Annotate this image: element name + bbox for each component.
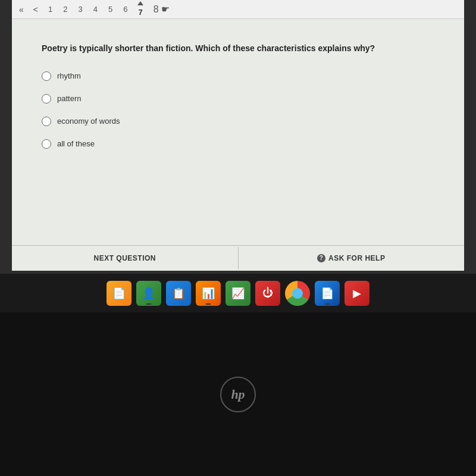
ask-for-help-label: ASK FOR HELP xyxy=(328,254,385,262)
option-economy-of-words[interactable]: economy of words xyxy=(42,117,434,126)
option-label-pattern: pattern xyxy=(57,94,81,103)
first-page-button[interactable]: « xyxy=(17,4,26,15)
slides-badge xyxy=(206,303,211,305)
taskbar-sheets-icon[interactable]: 📈 xyxy=(226,281,250,306)
chrome-center xyxy=(292,288,303,299)
option-rhythm[interactable]: rhythm xyxy=(42,71,434,81)
page-7[interactable]: 7 xyxy=(135,7,145,18)
taskbar-chrome-icon[interactable] xyxy=(285,281,310,306)
taskbar-docs-icon[interactable]: 📋 xyxy=(166,281,191,306)
page-8[interactable]: 8 ☛ xyxy=(151,2,173,16)
option-label-all-of-these: all of these xyxy=(57,139,95,148)
quiz-bottom-bar: NEXT QUESTION ? ASK FOR HELP xyxy=(12,245,464,270)
taskbar-youtube-icon[interactable]: ▶ xyxy=(345,281,369,306)
quiz-container: « < 1 2 3 4 5 6 7 8 ☛ Poetry is typicall… xyxy=(12,0,464,271)
taskbar-drive-icon[interactable]: 📄 xyxy=(107,281,131,306)
page-3[interactable]: 3 xyxy=(75,4,85,15)
youtube-symbol: ▶ xyxy=(353,287,361,300)
current-page-wrapper: 7 xyxy=(135,1,145,18)
taskbar-slides-icon[interactable]: 📊 xyxy=(196,281,221,306)
page-4[interactable]: 4 xyxy=(90,4,101,15)
drive-symbol: 📄 xyxy=(112,287,126,300)
pagination-bar: « < 1 2 3 4 5 6 7 8 ☛ xyxy=(12,0,464,19)
docs-symbol: 📋 xyxy=(172,287,185,300)
hp-logo-area: hp xyxy=(0,312,476,476)
page-1[interactable]: 1 xyxy=(45,4,55,15)
classroom-badge xyxy=(146,303,151,305)
page-6[interactable]: 6 xyxy=(120,4,130,15)
classroom-symbol: 👤 xyxy=(142,287,155,300)
taskbar: 📄 👤 📋 📊 📈 ⏻ 📄 ▶ xyxy=(0,274,476,312)
next-question-button[interactable]: NEXT QUESTION xyxy=(12,247,239,270)
option-all-of-these[interactable]: all of these xyxy=(42,139,434,149)
radio-pattern[interactable] xyxy=(42,94,51,104)
question-text: Poetry is typically shorter than fiction… xyxy=(42,43,434,55)
radio-all-of-these[interactable] xyxy=(42,139,51,149)
page-2[interactable]: 2 xyxy=(60,4,70,15)
screen-area: « < 1 2 3 4 5 6 7 8 ☛ Poetry is typicall… xyxy=(0,0,476,292)
option-pattern[interactable]: pattern xyxy=(42,94,434,104)
radio-economy-of-words[interactable] xyxy=(42,117,51,126)
help-icon: ? xyxy=(317,254,325,262)
taskbar-classroom-icon[interactable]: 👤 xyxy=(136,281,161,306)
radio-rhythm[interactable] xyxy=(42,71,51,81)
prev-page-button[interactable]: < xyxy=(31,4,40,15)
slides-symbol: 📊 xyxy=(202,287,215,300)
hp-logo: hp xyxy=(220,377,256,412)
power-symbol: ⏻ xyxy=(262,287,273,299)
sheets-symbol: 📈 xyxy=(231,287,245,300)
docs2-badge xyxy=(325,303,330,305)
docs2-symbol: 📄 xyxy=(321,287,334,300)
page-5[interactable]: 5 xyxy=(105,4,115,15)
ask-for-help-button[interactable]: ? ASK FOR HELP xyxy=(239,247,465,270)
page-indicator-triangle xyxy=(137,1,143,5)
quiz-content: Poetry is typically shorter than fiction… xyxy=(12,19,464,245)
option-label-rhythm: rhythm xyxy=(57,71,81,80)
option-label-economy-of-words: economy of words xyxy=(57,117,120,126)
taskbar-docs2-icon[interactable]: 📄 xyxy=(315,281,340,306)
taskbar-power-icon[interactable]: ⏻ xyxy=(255,281,280,306)
